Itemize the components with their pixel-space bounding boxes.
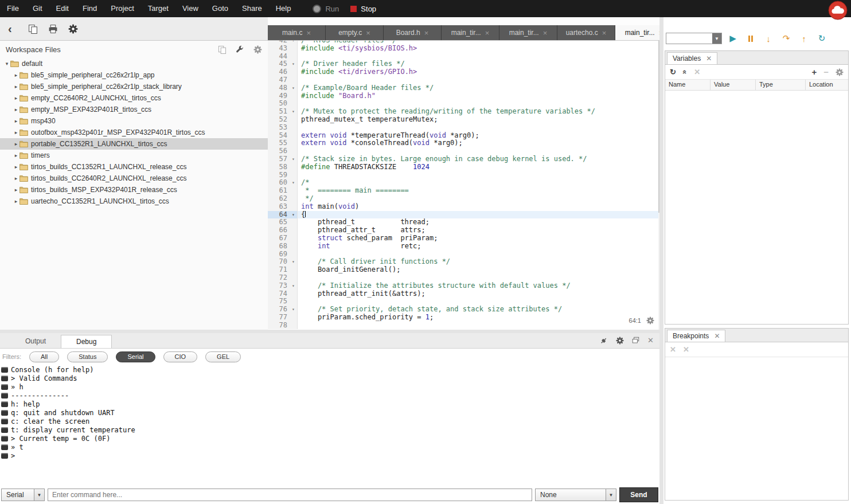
debug-context-select[interactable]: ▼ [666,33,722,44]
column-header-type[interactable]: Type [756,80,806,90]
run-menu-item[interactable]: Run [313,5,339,13]
project-item[interactable]: ▸uartecho_CC1352R1_LAUNCHXL_tirtos_ccs [0,196,268,207]
code-line[interactable]: 64▾{ [268,211,663,219]
remove-variable-icon[interactable]: − [823,68,829,76]
code-line[interactable]: 51▾/* Mutex to protect the reading/writi… [268,108,663,116]
filter-serial[interactable]: Serial [116,351,155,362]
filter-status[interactable]: Status [67,351,108,362]
code-line[interactable]: 67 struct sched_param priParam; [268,235,663,243]
project-item[interactable]: ▸timers [0,150,268,161]
line-number[interactable]: 56 [268,147,290,155]
column-header-location[interactable]: Location [806,80,848,90]
expander-right-icon[interactable]: ▸ [13,187,19,193]
line-number[interactable]: 67 [268,235,290,243]
line-number[interactable]: 52 [268,116,290,124]
code-line[interactable]: 46#include <ti/drivers/GPIO.h> [268,68,663,76]
expander-right-icon[interactable]: ▸ [13,164,19,170]
fold-arrow-icon[interactable]: ▾ [290,84,298,92]
line-number[interactable]: 51 [268,108,290,116]
tab-close-icon[interactable]: × [424,29,429,37]
code-line[interactable]: 56 [268,147,663,155]
expander-right-icon[interactable]: ▸ [13,175,19,181]
line-number[interactable]: 57 [268,155,290,163]
line-number[interactable]: 59 [268,171,290,179]
project-item[interactable]: ▸empty_MSP_EXP432P401R_tirtos_ccs [0,104,268,115]
code-line[interactable]: 63int main(void) [268,203,663,211]
step-over-button[interactable]: ↷ [779,32,793,45]
line-number[interactable]: 66 [268,226,290,235]
fold-arrow-icon[interactable]: ▾ [290,306,298,314]
editor-tab[interactable]: main_tir...× [442,25,499,40]
code-line[interactable]: 71 Board_initGeneral(); [268,266,663,274]
menu-item-git[interactable]: Git [26,0,49,17]
project-item[interactable]: ▸msp430 [0,115,268,127]
project-item[interactable]: ▸outofbox_msp432p401r_MSP_EXP432P401R_ti… [0,127,268,138]
workspace-settings-gear-icon[interactable] [253,45,262,54]
line-number[interactable]: 75 [268,298,290,306]
command-input[interactable] [48,489,532,501]
line-number[interactable]: 45 [268,60,290,68]
refresh-icon[interactable]: ↻ [670,68,676,76]
code-line[interactable]: 58#define THREADSTACKSIZE 1024 [268,163,663,171]
line-number[interactable]: 76 [268,306,290,314]
line-number[interactable]: 58 [268,163,290,171]
remove-breakpoint-icon[interactable]: ✕ [670,346,676,353]
step-return-button[interactable]: ↑ [797,32,811,45]
collapse-all-icon[interactable]: « [681,70,689,74]
line-number[interactable]: 63 [268,203,290,211]
code-line[interactable]: 47 [268,76,663,84]
menu-item-file[interactable]: File [0,0,26,17]
expander-right-icon[interactable]: ▸ [13,95,19,101]
code-line[interactable]: 72 [268,274,663,282]
project-item[interactable]: ▸ble5_simple_peripheral_cc26x2r1lp_stack… [0,81,268,92]
column-header-name[interactable]: Name [665,80,711,90]
line-number[interactable]: 74 [268,290,290,298]
expander-down-icon[interactable]: ▾ [3,61,10,67]
print-icon[interactable] [48,24,58,34]
build-wrench-icon[interactable] [236,45,244,54]
editor-tab[interactable]: main.c× [268,25,326,40]
fold-arrow-icon[interactable]: ▾ [290,155,298,163]
code-line[interactable]: 43#include <ti/sysbios/BIOS.h> [268,45,663,53]
line-number[interactable]: 43 [268,45,290,53]
expander-right-icon[interactable]: ▸ [13,198,19,204]
expander-right-icon[interactable]: ▸ [13,141,19,147]
project-item[interactable]: ▸tirtos_builds_CC1352R1_LAUNCHXL_release… [0,161,268,173]
copy-icon[interactable] [218,45,227,54]
close-breakpoints-icon[interactable]: ✕ [714,332,720,340]
expander-right-icon[interactable]: ▸ [13,130,19,135]
restart-button[interactable]: ↻ [815,32,829,45]
step-into-button[interactable]: ↓ [762,32,775,45]
code-line[interactable]: 53 [268,124,663,132]
menu-item-find[interactable]: Find [76,0,104,17]
tab-close-icon[interactable]: × [306,29,311,37]
code-line[interactable]: 76▾ /* Set priority, detach state, and s… [268,306,663,314]
code-line[interactable]: 59 [268,171,663,179]
line-number[interactable]: 61 [268,187,290,195]
port-select[interactable]: Serial ▼ [1,489,45,501]
resume-button[interactable]: ▶ [726,32,740,45]
expander-right-icon[interactable]: ▸ [13,118,19,124]
line-number[interactable]: 65 [268,218,290,226]
line-number[interactable]: 62 [268,195,290,203]
editor-tab[interactable]: uartecho.c× [557,25,615,40]
editor-tab[interactable]: main_tir...× [499,25,557,40]
line-number[interactable]: 68 [268,243,290,251]
console-tab-output[interactable]: Output [10,335,61,348]
code-line[interactable]: 52pthread_mutex_t temperatureMutex; [268,116,663,124]
fold-arrow-icon[interactable]: ▾ [290,211,298,219]
line-number[interactable]: 54 [268,132,290,140]
menu-item-help[interactable]: Help [269,0,298,17]
menu-item-edit[interactable]: Edit [49,0,76,17]
pause-button[interactable] [744,32,758,45]
line-number[interactable]: 48 [268,84,290,92]
code-line[interactable]: 66 pthread_attr_t attrs; [268,226,663,235]
fold-arrow-icon[interactable]: ▾ [290,282,298,290]
menu-item-share[interactable]: Share [235,0,269,17]
fold-arrow-icon[interactable]: ▾ [290,258,298,266]
tab-close-icon[interactable]: × [485,29,490,37]
menu-item-goto[interactable]: Goto [205,0,235,17]
restore-window-icon[interactable] [632,337,639,344]
filter-cio[interactable]: CIO [163,351,198,362]
line-number[interactable]: 50 [268,100,290,108]
